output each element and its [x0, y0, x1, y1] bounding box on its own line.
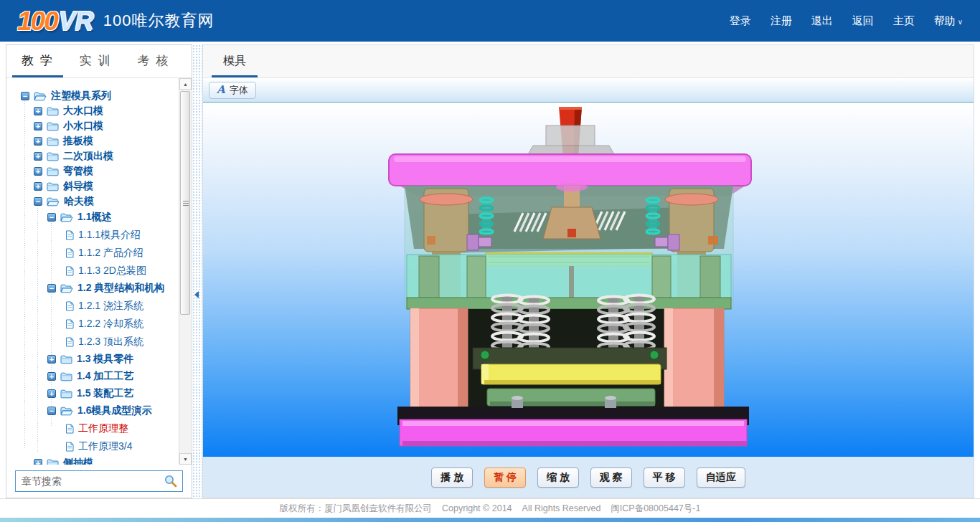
file-icon	[65, 319, 74, 329]
expand-icon[interactable]: +	[47, 355, 56, 364]
scroll-up-icon[interactable]: ▲	[179, 78, 192, 90]
tab-mold[interactable]: 模具	[212, 48, 258, 77]
nav-help[interactable]: 帮助∨	[934, 14, 963, 28]
tree-item-label[interactable]: 1.2.1 浇注系统	[78, 300, 143, 313]
expand-icon[interactable]: +	[34, 459, 42, 465]
tree-item-label[interactable]: 弯管模	[63, 165, 93, 178]
tree-item-label[interactable]: 1.2.3 顶出系统	[78, 336, 143, 348]
mold-locating-ring	[527, 125, 615, 156]
tree-item-label[interactable]: 1.2.2 冷却系统	[78, 318, 143, 331]
top-header: 100 VR 100唯尔教育网 登录注册退出返回主页帮助∨	[0, 0, 980, 42]
tree-item-label[interactable]: 工作原理3/4	[78, 440, 132, 453]
nav-register[interactable]: 注册	[771, 14, 792, 28]
tree-item-label[interactable]: 1.6模具成型演示	[77, 404, 151, 417]
expand-icon[interactable]: +	[34, 107, 42, 115]
nav-back[interactable]: 返回	[852, 14, 874, 28]
tree-item-label[interactable]: 小水口模	[63, 120, 103, 133]
tree-item: +侧抽模	[14, 455, 177, 465]
tree-item: 1.1.2 产品介绍	[14, 244, 177, 262]
nav-home[interactable]: 主页	[893, 14, 915, 28]
tree-item-label[interactable]: 1.3 模具零件	[77, 353, 133, 366]
folder-icon	[60, 371, 72, 381]
tree-item-label[interactable]: 注塑模具系列	[51, 90, 111, 103]
scroll-down-icon[interactable]: ▼	[179, 453, 192, 465]
folder-icon	[47, 458, 59, 465]
tree-item-label[interactable]: 二次顶出模	[63, 150, 113, 163]
folder-icon	[47, 181, 59, 191]
tree-item: 1.1.3 2D总装图	[14, 262, 177, 280]
tree-item: −1.2 典型结构和机构	[14, 280, 177, 297]
tree-item: 1.2.3 顶出系统	[14, 333, 177, 351]
copyright-cn: 版权所有：厦门凤凰创壹软件有限公司	[280, 503, 433, 515]
tree-item-label[interactable]: 1.1.3 2D总装图	[78, 265, 146, 277]
sidebar-tab-assessment[interactable]: 考 核	[128, 47, 179, 77]
tree-item-label[interactable]: 1.4 加工工艺	[77, 370, 133, 383]
pan-button[interactable]: 平 移	[644, 468, 685, 488]
collapse-icon[interactable]: −	[21, 92, 29, 100]
tree-item: +推板模	[14, 133, 177, 148]
pause-button[interactable]: 暂 停	[484, 468, 526, 488]
scrollbar-thumb[interactable]	[180, 91, 190, 315]
mold-support-plate	[407, 298, 731, 309]
sidebar-tab-teaching[interactable]: 教 学	[12, 47, 63, 77]
course-tree-container: −注塑模具系列+大水口模+小水口模+推板模+二次顶出模+弯管模+斜导模−哈夫模−…	[6, 78, 192, 465]
collapse-icon[interactable]: −	[47, 284, 56, 293]
tree-item-label[interactable]: 1.1概述	[77, 211, 111, 224]
expand-icon[interactable]: +	[34, 167, 42, 176]
tree-scrollbar[interactable]: ▲ ▼	[179, 78, 191, 465]
expand-icon[interactable]: +	[34, 137, 42, 146]
tree-item-label[interactable]: 推板模	[63, 135, 93, 148]
logo-vr-text: VR	[59, 9, 93, 34]
font-button[interactable]: A 字体	[209, 82, 256, 99]
expand-icon[interactable]: +	[47, 389, 56, 398]
file-icon	[65, 301, 74, 311]
nav-login[interactable]: 登录	[730, 14, 751, 28]
thumb-grip-icon	[183, 203, 189, 204]
zoom-button[interactable]: 缩 放	[537, 468, 579, 488]
expand-icon[interactable]: +	[34, 182, 42, 191]
expand-icon[interactable]: +	[34, 122, 42, 130]
tree-item-label[interactable]: 斜导模	[63, 180, 93, 193]
search-icon[interactable]	[164, 475, 177, 490]
viewer-toolbar: A 字体	[203, 78, 974, 103]
tree-item-label[interactable]: 工作原理整	[78, 422, 128, 435]
folder-icon	[60, 389, 72, 399]
tree-item-label[interactable]: 大水口模	[63, 105, 103, 118]
tree-item: +小水口模	[14, 118, 177, 133]
tree-item-label[interactable]: 1.1.1模具介绍	[78, 229, 141, 242]
collapse-icon[interactable]: −	[34, 197, 42, 206]
tree-item-label[interactable]: 1.1.2 产品介绍	[78, 247, 143, 260]
tree-item-label[interactable]: 1.5 装配工艺	[77, 387, 133, 400]
nav-logout[interactable]: 退出	[811, 14, 833, 28]
file-icon	[65, 337, 74, 347]
page: 100 VR 100唯尔教育网 登录注册退出返回主页帮助∨ 教 学实 训考 核 …	[0, 0, 980, 522]
tree-item: +斜导模	[14, 179, 177, 194]
content-area: 教 学实 训考 核 −注塑模具系列+大水口模+小水口模+推板模+二次顶出模+弯管…	[0, 42, 980, 498]
fit-button[interactable]: 自适应	[697, 468, 745, 488]
tree-item-label[interactable]: 哈夫模	[64, 195, 94, 208]
file-icon	[65, 248, 74, 258]
tree-item-label[interactable]: 侧抽模	[63, 457, 93, 465]
sidebar-tab-training[interactable]: 实 训	[70, 47, 121, 77]
search-input[interactable]	[15, 470, 183, 492]
font-icon: A	[217, 85, 225, 95]
nav-label: 注册	[771, 14, 792, 27]
tree-item-label[interactable]: 1.2 典型结构和机构	[77, 282, 164, 295]
folder-open-icon	[34, 91, 47, 101]
collapse-icon[interactable]: −	[47, 213, 56, 222]
nav-label: 主页	[893, 14, 915, 27]
bottom-strip	[0, 518, 980, 522]
collapse-icon[interactable]: −	[47, 407, 56, 415]
viewer-3d[interactable]	[203, 103, 974, 457]
logo[interactable]: 100 VR	[17, 8, 93, 34]
top-nav: 登录注册退出返回主页帮助∨	[730, 14, 963, 28]
viewer-controls: 播 放暂 停缩 放观 察平 移自适应	[203, 457, 974, 498]
folder-icon	[47, 136, 59, 146]
play-button[interactable]: 播 放	[431, 468, 473, 488]
expand-icon[interactable]: +	[34, 152, 42, 161]
sidebar-splitter[interactable]	[192, 44, 202, 498]
main-tabbar: 模具	[203, 45, 974, 78]
observe-button[interactable]: 观 察	[590, 468, 632, 488]
expand-icon[interactable]: +	[47, 372, 56, 381]
collapse-arrow-icon[interactable]	[194, 291, 199, 298]
